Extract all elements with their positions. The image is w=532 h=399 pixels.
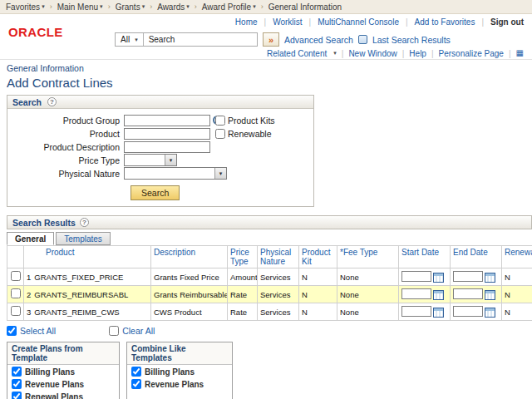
chevron-down-icon: ▾	[165, 155, 176, 165]
start-date-input[interactable]	[401, 306, 431, 317]
field-row: Product Description	[7, 140, 313, 153]
tab-general[interactable]: General	[7, 232, 54, 245]
cell-end-date	[451, 268, 502, 286]
grid-header-row: Product Description Price Type Physical …	[7, 246, 532, 268]
search-button[interactable]: Search	[131, 185, 180, 200]
cell-product: 1GRANTS_FIXED_PRICE	[24, 268, 151, 286]
physical-nature-value	[125, 168, 214, 179]
clear-all-checkbox[interactable]	[109, 326, 119, 336]
field-row: Price Type ▾	[7, 154, 313, 166]
cell-description: Grants Fixed Price	[151, 268, 228, 286]
breadcrumb-separator-icon: ›	[108, 2, 111, 11]
calendar-icon[interactable]	[485, 308, 495, 318]
product-description-input[interactable]	[124, 141, 210, 153]
revenue-plans-checkbox[interactable]	[12, 379, 22, 389]
multichannel-console-link[interactable]: MultiChannel Console	[318, 17, 399, 27]
start-date-input[interactable]	[401, 271, 431, 282]
breadcrumb-awards[interactable]: Awards ▾	[157, 2, 190, 12]
calendar-icon[interactable]	[485, 273, 495, 283]
product-kits-field: Product Kits	[215, 116, 275, 126]
calendar-icon[interactable]	[433, 308, 444, 318]
personalize-page-link[interactable]: Personalize Page	[439, 49, 504, 58]
tab-templates[interactable]: Templates	[56, 232, 111, 245]
page-action-bar: Related Content ▾ | New Window | Help | …	[0, 47, 532, 60]
column-header-description: Description	[151, 246, 228, 268]
breadcrumb: Favorites ▾ › Main Menu ▾ › Grants ▾ › A…	[0, 0, 532, 14]
cell-price-type: Amount	[228, 268, 258, 286]
select-all-link[interactable]: Select All	[20, 326, 56, 336]
physical-nature-select[interactable]: ▾	[124, 167, 227, 180]
product-input[interactable]	[124, 128, 210, 140]
results-tabs: General Templates	[7, 232, 532, 245]
separator: |	[406, 17, 408, 27]
separator: |	[431, 49, 434, 58]
search-group-box: Search ? Product Group Product Kits Prod…	[7, 95, 314, 207]
cell-start-date	[399, 303, 451, 321]
help-link[interactable]: Help	[409, 49, 426, 58]
column-header-product: Product	[24, 246, 151, 268]
breadcrumb-favorites[interactable]: Favorites ▾	[6, 2, 45, 12]
renewable-checkbox[interactable]	[215, 129, 225, 139]
breadcrumb-general-information[interactable]: General Information	[268, 2, 342, 12]
tab-templates-label: Templates	[64, 234, 102, 244]
breadcrumb-award-profile[interactable]: Award Profile ▾	[202, 2, 256, 12]
chevron-down-icon: ▾	[333, 50, 337, 57]
end-date-input[interactable]	[453, 271, 483, 282]
row-select-checkbox[interactable]	[11, 271, 21, 281]
combine-billing-plans-checkbox[interactable]	[131, 367, 141, 377]
renewable-field: Renewable	[215, 129, 272, 139]
cell-renewable: N	[502, 286, 532, 303]
calendar-icon[interactable]	[433, 290, 444, 300]
related-content-menu[interactable]: Related Content	[267, 49, 327, 58]
cell-renewable: N	[502, 303, 532, 321]
select-all-checkbox[interactable]	[7, 326, 17, 336]
row-select-checkbox[interactable]	[11, 288, 21, 298]
end-date-input[interactable]	[453, 306, 483, 317]
row-select-checkbox[interactable]	[11, 306, 21, 316]
cell-product-kit: N	[299, 303, 337, 321]
breadcrumb-item-label: Grants	[116, 2, 140, 12]
last-search-results-icon	[358, 35, 367, 44]
billing-plans-checkbox[interactable]	[12, 367, 22, 377]
search-results-header: Search Results ?	[7, 215, 532, 229]
home-link[interactable]: Home	[235, 17, 258, 27]
breadcrumb-grants[interactable]: Grants ▾	[116, 2, 145, 12]
renewal-plans-checkbox[interactable]	[12, 392, 22, 399]
clear-all-link[interactable]: Clear All	[122, 326, 155, 336]
last-search-results-link[interactable]: Last Search Results	[372, 35, 451, 45]
global-search-input[interactable]: Search	[144, 35, 257, 44]
worklist-link[interactable]: Worklist	[273, 17, 302, 27]
column-header-start-date: Start Date	[399, 246, 451, 268]
help-icon[interactable]: ?	[80, 218, 89, 227]
price-type-select[interactable]: ▾	[124, 154, 177, 166]
product-group-input[interactable]	[124, 115, 210, 126]
separator: |	[342, 49, 344, 58]
breadcrumb-main-menu[interactable]: Main Menu ▾	[57, 2, 103, 12]
calendar-icon[interactable]	[433, 273, 444, 283]
sign-out-link[interactable]: Sign out	[490, 17, 524, 27]
search-go-button[interactable]: »	[263, 32, 279, 47]
page-content: General Information Add Contract Lines S…	[0, 60, 532, 399]
help-icon[interactable]: ?	[47, 97, 57, 106]
add-to-favorites-link[interactable]: Add to Favorites	[415, 17, 475, 27]
table-row: 3GRANTS_REIMB_CWS CWS Product Rate Servi…	[7, 303, 532, 321]
search-results-grid: Product Description Price Type Physical …	[7, 245, 532, 321]
column-header-physical-nature: Physical Nature	[258, 246, 299, 268]
end-date-input[interactable]	[453, 288, 483, 299]
personalize-grid-icon[interactable]: ▦	[516, 49, 524, 57]
cell-fee-type: None	[337, 268, 399, 286]
combine-revenue-plans-label: Revenue Plans	[145, 380, 204, 389]
chevron-down-icon: ▾	[142, 3, 145, 10]
new-window-link[interactable]: New Window	[348, 49, 397, 58]
combine-revenue-plans-checkbox[interactable]	[131, 379, 141, 389]
cell-physical-nature: Services	[258, 286, 299, 303]
start-date-input[interactable]	[401, 288, 431, 299]
product-kits-checkbox[interactable]	[215, 116, 225, 126]
cell-product: 2GRANTS_REIMBURSABL	[24, 286, 151, 303]
search-scope-dropdown[interactable]: All ▾	[116, 35, 143, 44]
product-description-label: Product Description	[7, 142, 124, 152]
column-header-end-date: End Date	[451, 246, 502, 268]
calendar-icon[interactable]	[485, 290, 495, 300]
product-group-label: Product Group	[7, 116, 124, 126]
advanced-search-link[interactable]: Advanced Search	[284, 35, 353, 45]
